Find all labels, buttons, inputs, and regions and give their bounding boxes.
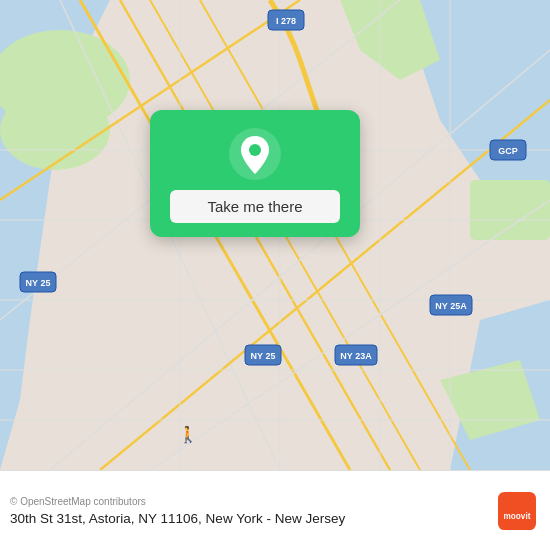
address-text: 30th St 31st, Astoria, NY 11106, New Yor… — [10, 511, 345, 526]
svg-point-42 — [249, 144, 261, 156]
location-pin-icon — [229, 128, 281, 180]
bottom-bar: © OpenStreetMap contributors 30th St 31s… — [0, 470, 550, 550]
map-container: I 278 NY 25 NY 25 NY 23A NY 25A GCP 🚶 Ta… — [0, 0, 550, 470]
address-section: © OpenStreetMap contributors 30th St 31s… — [10, 496, 345, 526]
svg-text:I 278: I 278 — [276, 16, 296, 26]
moovit-logo: moovit — [498, 492, 536, 530]
osm-credit: © OpenStreetMap contributors — [10, 496, 345, 507]
svg-text:NY 23A: NY 23A — [340, 351, 372, 361]
svg-rect-7 — [470, 180, 550, 240]
moovit-icon: moovit — [498, 492, 536, 530]
navigation-card: Take me there — [150, 110, 360, 237]
svg-text:NY 25: NY 25 — [251, 351, 276, 361]
take-me-there-button[interactable]: Take me there — [170, 190, 340, 223]
svg-text:NY 25A: NY 25A — [435, 301, 467, 311]
svg-text:NY 25: NY 25 — [26, 278, 51, 288]
svg-text:GCP: GCP — [498, 146, 518, 156]
svg-text:🚶: 🚶 — [178, 425, 198, 444]
svg-point-5 — [0, 90, 110, 170]
svg-text:moovit: moovit — [504, 511, 531, 520]
